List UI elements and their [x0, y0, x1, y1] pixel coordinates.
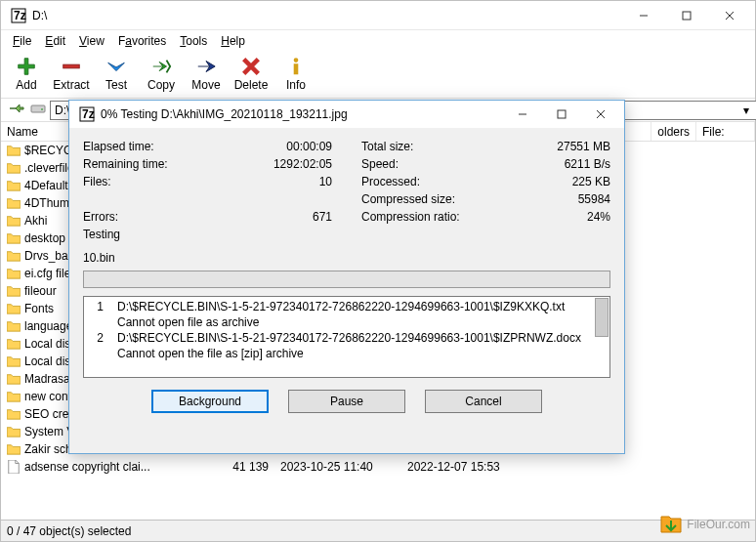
- app-icon: 7z: [79, 106, 95, 122]
- stat-row: Testing: [83, 226, 332, 243]
- minus-icon: [61, 56, 82, 77]
- stat-row: Elapsed time:00:00:09: [83, 138, 332, 155]
- stat-row: Compression ratio:24%: [361, 208, 610, 226]
- stat-row: Speed:6211 B/s: [361, 155, 610, 173]
- stat-row: Processed:225 KB: [361, 173, 610, 190]
- dialog-title: 0% Testing D:\Akhi\IMG_20210118_193211.j…: [101, 107, 503, 121]
- dropdown-icon[interactable]: ▾: [743, 104, 749, 117]
- svg-rect-8: [294, 63, 299, 74]
- progress-bar: [83, 271, 610, 288]
- col-file[interactable]: File:: [696, 122, 755, 141]
- maximize-button[interactable]: [665, 2, 708, 29]
- current-file: 10.bin: [83, 251, 610, 265]
- toolbar-delete[interactable]: Delete: [231, 56, 271, 92]
- svg-rect-14: [558, 110, 566, 118]
- toolbar-add[interactable]: Add: [7, 56, 46, 92]
- title-bar[interactable]: 7z D:\: [1, 1, 755, 30]
- app-icon: 7z: [11, 8, 26, 23]
- toolbar: Add Extract Test Copy Move Delete Info: [1, 52, 755, 99]
- drive-icon: [30, 101, 46, 119]
- copy-icon: [150, 56, 172, 77]
- toolbar-move[interactable]: Move: [187, 56, 226, 92]
- cancel-button[interactable]: Cancel: [425, 390, 542, 413]
- stat-row: Errors:671: [83, 208, 332, 226]
- window-title: D:\: [32, 9, 622, 22]
- stat-row: Compressed size:55984: [361, 190, 610, 208]
- background-button[interactable]: Background: [151, 390, 269, 413]
- plus-icon: [16, 56, 37, 77]
- menu-edit[interactable]: Edit: [39, 32, 71, 50]
- status-text: 0 / 47 object(s) selected: [7, 524, 131, 538]
- list-item[interactable]: adsense copyright clai...41 1392023-10-2…: [1, 458, 755, 476]
- col-extra[interactable]: olders: [651, 122, 696, 141]
- minimize-button[interactable]: [622, 2, 665, 29]
- dialog-maximize-button[interactable]: [542, 102, 581, 127]
- delete-icon: [240, 56, 262, 77]
- scrollbar-thumb[interactable]: [595, 298, 609, 337]
- menu-bar: File Edit View Favorites Tools Help: [1, 30, 755, 52]
- svg-point-7: [294, 58, 299, 63]
- stats-area: Elapsed time:00:00:09Remaining time:1292…: [83, 138, 610, 243]
- stat-row: Files:10: [83, 173, 332, 190]
- toolbar-copy[interactable]: Copy: [142, 56, 181, 92]
- toolbar-test[interactable]: Test: [97, 56, 136, 92]
- menu-view[interactable]: View: [73, 32, 110, 50]
- move-icon: [195, 56, 217, 77]
- menu-tools[interactable]: Tools: [174, 32, 213, 50]
- check-icon: [105, 56, 127, 77]
- stat-row: Total size:27551 MB: [361, 138, 610, 155]
- toolbar-extract[interactable]: Extract: [52, 56, 91, 92]
- svg-rect-3: [683, 12, 691, 20]
- stat-row: [83, 190, 332, 208]
- svg-text:7z: 7z: [82, 107, 95, 121]
- progress-dialog: 7z 0% Testing D:\Akhi\IMG_20210118_19321…: [68, 100, 625, 454]
- stat-row: Remaining time:1292:02:05: [83, 155, 332, 173]
- dialog-minimize-button[interactable]: [503, 102, 542, 127]
- error-list[interactable]: 1D:\$RECYCLE.BIN\S-1-5-21-972340172-7268…: [83, 296, 610, 378]
- svg-rect-9: [31, 105, 45, 112]
- menu-favorites[interactable]: Favorites: [112, 32, 172, 50]
- pause-button[interactable]: Pause: [288, 390, 405, 413]
- close-button[interactable]: [708, 2, 751, 29]
- svg-point-10: [41, 108, 43, 110]
- status-bar: 0 / 47 object(s) selected: [1, 520, 755, 541]
- menu-help[interactable]: Help: [215, 32, 251, 50]
- svg-rect-6: [63, 64, 80, 68]
- dialog-close-button[interactable]: [581, 102, 620, 127]
- up-button[interactable]: [7, 101, 26, 120]
- info-icon: [285, 56, 307, 77]
- menu-file[interactable]: File: [7, 32, 37, 50]
- svg-text:7z: 7z: [14, 9, 26, 22]
- dialog-title-bar[interactable]: 7z 0% Testing D:\Akhi\IMG_20210118_19321…: [69, 101, 624, 128]
- toolbar-info[interactable]: Info: [276, 56, 315, 92]
